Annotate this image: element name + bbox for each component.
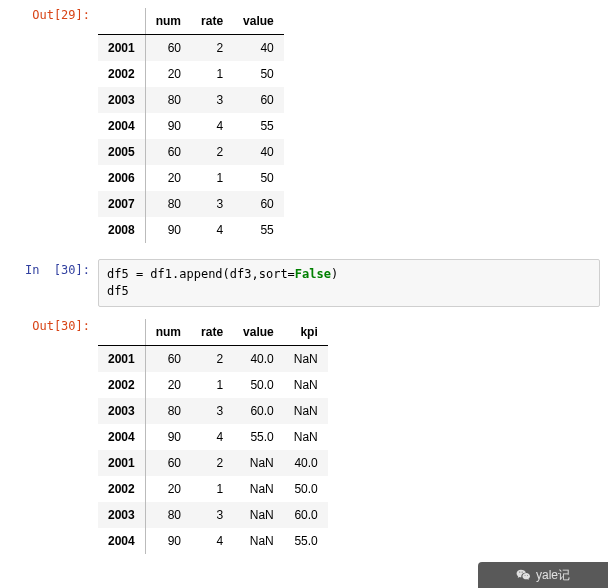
row-index: 2003 [98,398,145,424]
row-index: 2003 [98,87,145,113]
table-cell: 2 [191,345,233,372]
table-cell: 2 [191,35,233,62]
table-row: 200560240 [98,139,284,165]
table-cell: 40.0 [284,450,328,476]
table-cell: 90 [145,217,191,243]
table-cell: 80 [145,398,191,424]
table-row: 200780360 [98,191,284,217]
column-header: num [145,319,191,346]
row-index: 2002 [98,372,145,398]
table-row: 200160240.0NaN [98,345,328,372]
table-cell: 4 [191,528,233,554]
table-cell: 55 [233,217,284,243]
row-index: 2006 [98,165,145,191]
table-cell: 3 [191,87,233,113]
table-row: 200160240 [98,35,284,62]
table-cell: 60 [145,139,191,165]
table-cell: 60 [145,35,191,62]
column-header: value [233,8,284,35]
table-cell: NaN [233,502,284,528]
code-text: df5 = df1.append(df3,sort= [107,267,295,281]
prompt-out-30: Out[30]: [0,315,98,333]
table-cell: NaN [284,345,328,372]
table-cell: 3 [191,191,233,217]
table-corner [98,8,145,35]
watermark: yale记 [478,562,608,566]
table-cell: NaN [284,398,328,424]
table-cell: 90 [145,113,191,139]
table-cell: 20 [145,165,191,191]
table-row: 200220150.0NaN [98,372,328,398]
row-index: 2001 [98,345,145,372]
table-cell: 50 [233,61,284,87]
table-cell: 20 [145,372,191,398]
column-header: rate [191,8,233,35]
table-cell: 1 [191,165,233,191]
row-index: 2003 [98,502,145,528]
table-cell: 55.0 [233,424,284,450]
table-row: 200220150 [98,61,284,87]
row-index: 2004 [98,424,145,450]
table-row: 2001602NaN40.0 [98,450,328,476]
table-cell: 4 [191,424,233,450]
row-index: 2002 [98,61,145,87]
table-cell: NaN [233,450,284,476]
column-header: rate [191,319,233,346]
code-editor-30[interactable]: df5 = df1.append(df3,sort=False) df5 [98,259,600,307]
table-cell: 20 [145,61,191,87]
table-corner [98,319,145,346]
output-area-30: numratevaluekpi200160240.0NaN200220150.0… [98,315,608,562]
table-row: 200380360 [98,87,284,113]
table-cell: 60 [233,87,284,113]
table-cell: NaN [284,372,328,398]
table-cell: 20 [145,476,191,502]
table-cell: 1 [191,372,233,398]
cell-out-30: Out[30]: numratevaluekpi200160240.0NaN20… [0,311,608,566]
table-cell: 60 [233,191,284,217]
table-cell: NaN [233,476,284,502]
prompt-in-30: In [30]: [0,259,98,277]
table-cell: 50.0 [284,476,328,502]
row-index: 2007 [98,191,145,217]
code-text: ) [331,267,338,281]
table-cell: 90 [145,424,191,450]
table-cell: 2 [191,139,233,165]
table-cell: 50.0 [233,372,284,398]
table-cell: 80 [145,191,191,217]
table-cell: 1 [191,61,233,87]
table-row: 200490455 [98,113,284,139]
dataframe-table-29: numratevalue2001602402002201502003803602… [98,8,284,243]
column-header: value [233,319,284,346]
dataframe-table-30: numratevaluekpi200160240.0NaN200220150.0… [98,319,328,554]
table-cell: 3 [191,398,233,424]
row-index: 2005 [98,139,145,165]
table-cell: 40 [233,139,284,165]
table-cell: 60.0 [233,398,284,424]
cell-out-29: Out[29]: numratevalue2001602402002201502… [0,0,608,255]
row-index: 2004 [98,113,145,139]
input-area-30[interactable]: df5 = df1.append(df3,sort=False) df5 [98,259,608,307]
table-row: 200890455 [98,217,284,243]
row-index: 2004 [98,528,145,554]
table-cell: NaN [284,424,328,450]
table-cell: 1 [191,476,233,502]
row-index: 2008 [98,217,145,243]
code-keyword: False [295,267,331,281]
table-row: 2003803NaN60.0 [98,502,328,528]
output-area-29: numratevalue2001602402002201502003803602… [98,4,608,251]
row-index: 2001 [98,450,145,476]
table-cell: 2 [191,450,233,476]
table-cell: 4 [191,113,233,139]
column-header: kpi [284,319,328,346]
column-header: num [145,8,191,35]
table-cell: 4 [191,217,233,243]
table-cell: 60.0 [284,502,328,528]
table-row: 2002201NaN50.0 [98,476,328,502]
table-cell: 3 [191,502,233,528]
table-cell: 40 [233,35,284,62]
table-cell: NaN [233,528,284,554]
row-index: 2001 [98,35,145,62]
cell-in-30: In [30]: df5 = df1.append(df3,sort=False… [0,255,608,311]
table-cell: 80 [145,502,191,528]
table-cell: 55.0 [284,528,328,554]
